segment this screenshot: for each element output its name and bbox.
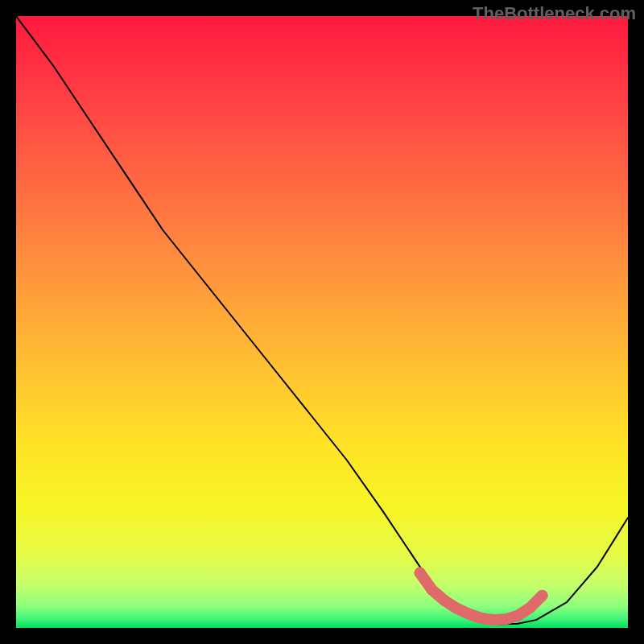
chart-container: TheBottleneck.com — [0, 0, 644, 644]
series-marker-band-point — [512, 610, 523, 621]
watermark-text: TheBottleneck.com — [473, 3, 636, 24]
series-marker-band-point — [427, 584, 438, 596]
series-marker-band-point — [439, 595, 450, 606]
series-marker-band-point — [537, 590, 548, 601]
series-marker-band-point — [463, 609, 474, 620]
plot-area — [16, 16, 628, 628]
gradient-background — [16, 16, 628, 628]
series-marker-band-point — [524, 602, 535, 613]
series-marker-band-point — [488, 614, 499, 625]
series-marker-band-point — [476, 613, 487, 624]
chart-svg — [16, 16, 628, 628]
series-marker-band-point — [415, 568, 426, 579]
series-marker-band-point — [500, 613, 511, 625]
series-marker-band-point — [451, 603, 462, 614]
